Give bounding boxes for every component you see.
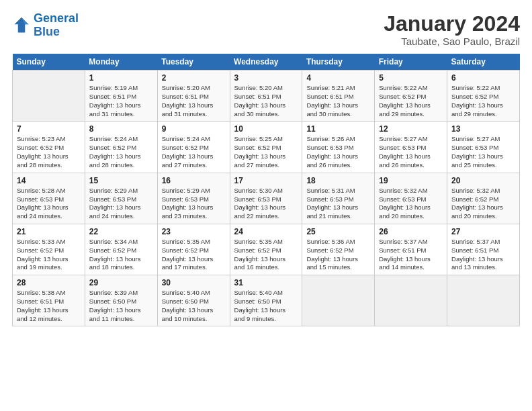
day-number: 9 — [162, 124, 226, 134]
logo-general: General — [34, 11, 79, 25]
day-info: Sunrise: 5:32 AMSunset: 6:52 PMDaylight:… — [451, 187, 503, 220]
day-cell: 13 Sunrise: 5:27 AMSunset: 6:53 PMDaylig… — [447, 122, 520, 173]
day-cell: 18 Sunrise: 5:31 AMSunset: 6:53 PMDaylig… — [302, 173, 375, 224]
day-info: Sunrise: 5:24 AMSunset: 6:52 PMDaylight:… — [162, 135, 214, 168]
day-cell: 20 Sunrise: 5:32 AMSunset: 6:52 PMDaylig… — [447, 173, 520, 224]
day-cell: 22 Sunrise: 5:34 AMSunset: 6:52 PMDaylig… — [85, 224, 157, 275]
header-tuesday: Tuesday — [157, 54, 230, 71]
day-info: Sunrise: 5:26 AMSunset: 6:53 PMDaylight:… — [306, 135, 358, 168]
day-cell: 10 Sunrise: 5:25 AMSunset: 6:52 PMDaylig… — [230, 122, 302, 173]
day-cell: 31 Sunrise: 5:40 AMSunset: 6:50 PMDaylig… — [230, 275, 302, 326]
day-cell: 24 Sunrise: 5:35 AMSunset: 6:52 PMDaylig… — [230, 224, 302, 275]
day-cell — [13, 71, 85, 122]
day-info: Sunrise: 5:37 AMSunset: 6:51 PMDaylight:… — [451, 238, 503, 271]
day-cell: 4 Sunrise: 5:21 AMSunset: 6:51 PMDayligh… — [302, 71, 375, 122]
day-info: Sunrise: 5:22 AMSunset: 6:52 PMDaylight:… — [451, 84, 503, 117]
day-cell: 2 Sunrise: 5:20 AMSunset: 6:51 PMDayligh… — [157, 71, 230, 122]
day-cell: 23 Sunrise: 5:35 AMSunset: 6:52 PMDaylig… — [157, 224, 230, 275]
day-info: Sunrise: 5:29 AMSunset: 6:53 PMDaylight:… — [89, 187, 141, 220]
day-cell: 27 Sunrise: 5:37 AMSunset: 6:51 PMDaylig… — [447, 224, 520, 275]
day-cell: 17 Sunrise: 5:30 AMSunset: 6:53 PMDaylig… — [230, 173, 302, 224]
day-number: 22 — [89, 227, 153, 236]
day-info: Sunrise: 5:38 AMSunset: 6:51 PMDaylight:… — [17, 289, 69, 322]
day-number: 16 — [162, 176, 226, 185]
day-cell: 14 Sunrise: 5:28 AMSunset: 6:53 PMDaylig… — [13, 173, 85, 224]
header-row: Sunday Monday Tuesday Wednesday Thursday… — [13, 54, 520, 71]
day-number: 30 — [162, 278, 226, 287]
header-friday: Friday — [375, 54, 447, 71]
day-cell — [302, 275, 375, 326]
header: General Blue January 2024 Taubate, Sao P… — [12, 12, 520, 47]
day-info: Sunrise: 5:40 AMSunset: 6:50 PMDaylight:… — [162, 289, 214, 322]
day-info: Sunrise: 5:20 AMSunset: 6:51 PMDaylight:… — [234, 84, 286, 117]
week-row-2: 14 Sunrise: 5:28 AMSunset: 6:53 PMDaylig… — [13, 173, 520, 224]
day-cell: 12 Sunrise: 5:27 AMSunset: 6:53 PMDaylig… — [375, 122, 447, 173]
day-cell: 15 Sunrise: 5:29 AMSunset: 6:53 PMDaylig… — [85, 173, 157, 224]
day-info: Sunrise: 5:21 AMSunset: 6:51 PMDaylight:… — [306, 84, 358, 117]
title-block: January 2024 Taubate, Sao Paulo, Brazil — [384, 12, 520, 47]
header-wednesday: Wednesday — [230, 54, 302, 71]
day-info: Sunrise: 5:24 AMSunset: 6:52 PMDaylight:… — [89, 135, 141, 168]
day-info: Sunrise: 5:25 AMSunset: 6:52 PMDaylight:… — [234, 135, 286, 168]
day-cell: 9 Sunrise: 5:24 AMSunset: 6:52 PMDayligh… — [157, 122, 230, 173]
day-number: 8 — [89, 124, 153, 134]
day-info: Sunrise: 5:34 AMSunset: 6:52 PMDaylight:… — [89, 238, 141, 271]
day-info: Sunrise: 5:23 AMSunset: 6:52 PMDaylight:… — [17, 135, 69, 168]
logo-blue: Blue — [34, 25, 60, 38]
day-number: 6 — [451, 73, 515, 83]
day-number: 14 — [17, 176, 81, 185]
day-info: Sunrise: 5:36 AMSunset: 6:52 PMDaylight:… — [306, 238, 358, 271]
page: General Blue January 2024 Taubate, Sao P… — [0, 0, 532, 411]
day-number: 29 — [89, 278, 153, 287]
day-info: Sunrise: 5:22 AMSunset: 6:52 PMDaylight:… — [379, 84, 431, 117]
day-info: Sunrise: 5:19 AMSunset: 6:51 PMDaylight:… — [89, 84, 141, 117]
day-number: 25 — [306, 227, 370, 236]
day-cell: 29 Sunrise: 5:39 AMSunset: 6:50 PMDaylig… — [85, 275, 157, 326]
logo-text: General Blue — [34, 12, 79, 39]
day-cell — [375, 275, 447, 326]
day-cell: 16 Sunrise: 5:29 AMSunset: 6:53 PMDaylig… — [157, 173, 230, 224]
day-cell: 5 Sunrise: 5:22 AMSunset: 6:52 PMDayligh… — [375, 71, 447, 122]
day-info: Sunrise: 5:27 AMSunset: 6:53 PMDaylight:… — [379, 135, 431, 168]
day-info: Sunrise: 5:20 AMSunset: 6:51 PMDaylight:… — [162, 84, 214, 117]
day-number: 18 — [306, 176, 370, 185]
day-number: 23 — [162, 227, 226, 236]
day-cell: 25 Sunrise: 5:36 AMSunset: 6:52 PMDaylig… — [302, 224, 375, 275]
day-number: 21 — [17, 227, 81, 236]
day-number: 17 — [234, 176, 298, 185]
day-number: 2 — [162, 73, 226, 83]
subtitle: Taubate, Sao Paulo, Brazil — [384, 36, 520, 47]
day-info: Sunrise: 5:27 AMSunset: 6:53 PMDaylight:… — [451, 135, 503, 168]
main-title: January 2024 — [384, 12, 520, 36]
day-number: 20 — [451, 176, 515, 185]
day-cell: 1 Sunrise: 5:19 AMSunset: 6:51 PMDayligh… — [85, 71, 157, 122]
week-row-3: 21 Sunrise: 5:33 AMSunset: 6:52 PMDaylig… — [13, 224, 520, 275]
day-cell: 30 Sunrise: 5:40 AMSunset: 6:50 PMDaylig… — [157, 275, 230, 326]
day-info: Sunrise: 5:28 AMSunset: 6:53 PMDaylight:… — [17, 187, 69, 220]
day-info: Sunrise: 5:33 AMSunset: 6:52 PMDaylight:… — [17, 238, 69, 271]
day-number: 12 — [379, 124, 443, 134]
day-cell: 19 Sunrise: 5:32 AMSunset: 6:53 PMDaylig… — [375, 173, 447, 224]
day-info: Sunrise: 5:32 AMSunset: 6:53 PMDaylight:… — [379, 187, 431, 220]
day-cell: 6 Sunrise: 5:22 AMSunset: 6:52 PMDayligh… — [447, 71, 520, 122]
day-info: Sunrise: 5:35 AMSunset: 6:52 PMDaylight:… — [234, 238, 286, 271]
day-info: Sunrise: 5:39 AMSunset: 6:50 PMDaylight:… — [89, 289, 141, 322]
day-cell: 26 Sunrise: 5:37 AMSunset: 6:51 PMDaylig… — [375, 224, 447, 275]
logo-icon — [12, 16, 31, 35]
day-cell: 28 Sunrise: 5:38 AMSunset: 6:51 PMDaylig… — [13, 275, 85, 326]
day-cell: 11 Sunrise: 5:26 AMSunset: 6:53 PMDaylig… — [302, 122, 375, 173]
day-info: Sunrise: 5:35 AMSunset: 6:52 PMDaylight:… — [162, 238, 214, 271]
day-number: 26 — [379, 227, 443, 236]
day-number: 31 — [234, 278, 298, 287]
day-info: Sunrise: 5:37 AMSunset: 6:51 PMDaylight:… — [379, 238, 431, 271]
day-info: Sunrise: 5:31 AMSunset: 6:53 PMDaylight:… — [306, 187, 358, 220]
day-number: 24 — [234, 227, 298, 236]
header-monday: Monday — [85, 54, 157, 71]
day-number: 7 — [17, 124, 81, 134]
day-cell: 21 Sunrise: 5:33 AMSunset: 6:52 PMDaylig… — [13, 224, 85, 275]
day-cell: 8 Sunrise: 5:24 AMSunset: 6:52 PMDayligh… — [85, 122, 157, 173]
day-info: Sunrise: 5:29 AMSunset: 6:53 PMDaylight:… — [162, 187, 214, 220]
day-info: Sunrise: 5:40 AMSunset: 6:50 PMDaylight:… — [234, 289, 286, 322]
calendar-table: Sunday Monday Tuesday Wednesday Thursday… — [12, 54, 520, 326]
logo: General Blue — [12, 12, 79, 39]
